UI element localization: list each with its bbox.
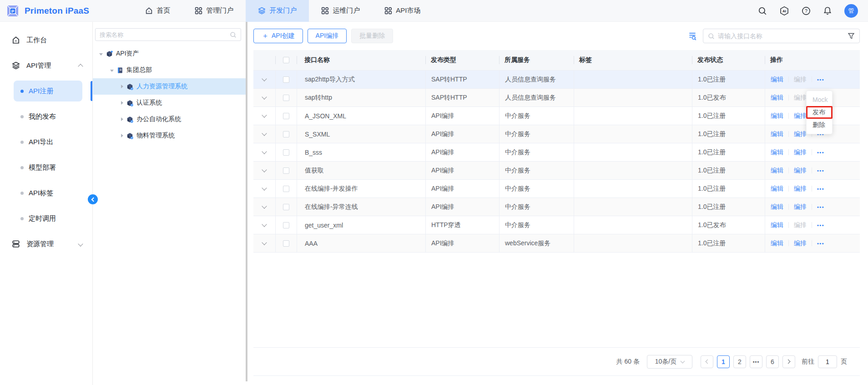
tree-node-hr-system[interactable]: 人力资源管理系统	[93, 78, 246, 95]
tree-node-group-hq[interactable]: 集团总部	[93, 62, 246, 78]
edit-link[interactable]: 编辑	[771, 130, 783, 138]
edit-link[interactable]: 编辑	[771, 112, 783, 120]
user-avatar[interactable]: 管	[844, 4, 858, 18]
expand-row-icon[interactable]	[262, 222, 267, 227]
nav-item-home[interactable]: 首页	[133, 0, 182, 22]
row-checkbox[interactable]	[283, 204, 289, 210]
edit-link[interactable]: 编辑	[771, 94, 783, 102]
caret-right-icon[interactable]	[121, 134, 123, 137]
orchestrate-link[interactable]: 编排	[794, 112, 807, 120]
more-actions-button[interactable]: •••	[817, 168, 824, 173]
caret-right-icon[interactable]	[121, 85, 123, 88]
menu-item-delete[interactable]: 删除	[807, 119, 832, 132]
sidebar-collapse-button[interactable]	[88, 194, 98, 204]
row-checkbox[interactable]	[283, 149, 289, 156]
pages-ellipsis-button[interactable]: •••	[750, 355, 762, 368]
bell-icon[interactable]	[823, 6, 832, 15]
sidebar-item-label: API管理	[26, 61, 51, 70]
more-actions-button[interactable]: •••	[817, 77, 824, 82]
sidebar-item-api-management[interactable]: API管理	[0, 53, 92, 78]
expand-row-icon[interactable]	[262, 131, 267, 136]
page-size-select[interactable]: 10条/页	[647, 355, 692, 369]
orchestrate-link[interactable]: 编排	[794, 148, 807, 157]
sidebar-item-workbench[interactable]: 工作台	[0, 27, 92, 53]
api-create-button[interactable]: ＋API创建	[253, 29, 303, 43]
row-checkbox[interactable]	[283, 95, 289, 101]
orchestrate-link[interactable]: 编排	[794, 239, 807, 248]
select-all-checkbox[interactable]	[283, 57, 289, 63]
row-checkbox[interactable]	[283, 186, 289, 192]
nav-item-dev-portal[interactable]: 开发门户	[246, 0, 309, 22]
caret-down-icon[interactable]	[110, 70, 114, 72]
sidebar-item-api-register[interactable]: API注册	[0, 78, 92, 104]
checkbox-cell	[275, 89, 297, 106]
caret-right-icon[interactable]	[121, 101, 123, 105]
goto-page-input[interactable]	[818, 355, 837, 368]
row-checkbox[interactable]	[283, 167, 289, 174]
orchestrate-link[interactable]: 编排	[794, 203, 807, 211]
menu-item-publish[interactable]: 发布	[807, 106, 832, 119]
edit-link[interactable]: 编辑	[771, 148, 783, 157]
tree-search-input[interactable]	[100, 31, 230, 38]
expand-row-icon[interactable]	[262, 112, 267, 117]
expand-row-icon[interactable]	[262, 203, 267, 208]
edit-link[interactable]: 编辑	[771, 167, 783, 175]
page-button-2[interactable]: 2	[733, 355, 746, 368]
expand-row-icon[interactable]	[262, 240, 267, 245]
row-checkbox[interactable]	[283, 76, 289, 83]
sidebar-item-scheduled-call[interactable]: 定时调用	[0, 206, 92, 231]
sidebar-item-resource-management[interactable]: 资源管理	[0, 231, 92, 257]
tree-node-auth-system[interactable]: 认证系统	[93, 95, 246, 111]
expand-row-icon[interactable]	[262, 185, 267, 190]
tree-node-api-assets[interactable]: API资产	[93, 46, 246, 62]
edit-link[interactable]: 编辑	[771, 203, 783, 211]
expand-row-icon[interactable]	[262, 94, 267, 99]
help-icon[interactable]: ?	[802, 6, 811, 15]
actions-cell: 编辑编排•••	[765, 198, 860, 216]
expand-row-icon[interactable]	[262, 76, 267, 81]
orchestrate-link[interactable]: 编排	[794, 185, 807, 193]
expand-row-icon[interactable]	[262, 149, 267, 154]
edit-link[interactable]: 编辑	[771, 76, 783, 84]
caret-right-icon[interactable]	[121, 117, 123, 121]
list-search-icon[interactable]	[688, 31, 697, 41]
page-button-1[interactable]: 1	[717, 355, 730, 368]
logo-icon: P	[5, 4, 20, 18]
row-checkbox[interactable]	[283, 240, 289, 247]
more-actions-button[interactable]: •••	[817, 241, 824, 246]
tree-node-material-system[interactable]: 物料管理系统	[93, 127, 246, 144]
sidebar-item-my-publish[interactable]: 我的发布	[0, 104, 92, 129]
expand-row-icon[interactable]	[262, 167, 267, 172]
sidebar-item-model-deploy[interactable]: 模型部署	[0, 155, 92, 180]
api-orchestrate-button[interactable]: API编排	[308, 29, 347, 43]
nav-item-ops-portal[interactable]: 运维门户	[309, 0, 372, 22]
more-actions-button[interactable]: •••	[817, 150, 824, 155]
sidebar-item-api-tags[interactable]: API标签	[0, 180, 92, 206]
more-actions-button[interactable]: •••	[817, 223, 824, 228]
more-actions-button[interactable]: •••	[817, 186, 824, 192]
next-page-button[interactable]	[782, 355, 795, 368]
edit-link[interactable]: 编辑	[771, 239, 783, 248]
sidebar-item-api-export[interactable]: API导出	[0, 129, 92, 155]
orchestrate-link[interactable]: 编排	[794, 130, 807, 138]
edit-link[interactable]: 编辑	[771, 185, 783, 193]
caret-down-icon[interactable]	[99, 53, 103, 56]
row-checkbox[interactable]	[283, 222, 289, 228]
asset-tree-panel: API资产 集团总部 人力资源管理系统 认证系统 办公自动化系统 物料管理系统	[93, 22, 246, 385]
tree-node-oa-system[interactable]: 办公自动化系统	[93, 111, 246, 127]
nav-item-admin-portal[interactable]: 管理门户	[182, 0, 246, 22]
page-button-6[interactable]: 6	[766, 355, 779, 368]
row-checkbox[interactable]	[283, 113, 289, 119]
more-actions-button[interactable]: •••	[817, 204, 824, 210]
api-search-input[interactable]	[718, 32, 848, 40]
ai-icon[interactable]: AI	[779, 6, 789, 16]
row-checkbox[interactable]	[283, 131, 289, 137]
orchestrate-link[interactable]: 编排	[794, 167, 807, 175]
edit-link[interactable]: 编辑	[771, 221, 783, 229]
sidebar-item-label: 我的发布	[29, 112, 56, 121]
action-divider	[788, 222, 789, 228]
filter-icon[interactable]	[848, 32, 855, 40]
nav-item-api-market[interactable]: API市场	[372, 0, 433, 22]
search-icon[interactable]	[758, 6, 767, 15]
prev-page-button[interactable]	[701, 355, 713, 368]
